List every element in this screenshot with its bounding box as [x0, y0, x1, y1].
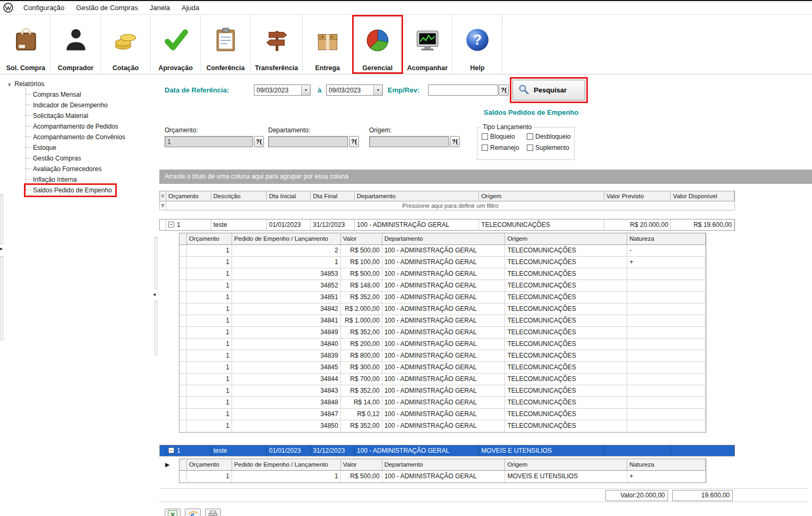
detail-column-header-natureza[interactable]: Natureza — [627, 459, 706, 470]
checkbox-box-icon — [527, 145, 533, 151]
detail-row[interactable]: 134853R$ 500,00100 - ADMINISTRAÇÃO GERAL… — [180, 268, 706, 280]
column-header-dta-final[interactable]: Dta Final — [311, 191, 355, 201]
column-chooser-button[interactable]: ≡ — [160, 191, 166, 201]
master-grid: ≡OrçamentoDescriçãoDta InicialDta FinalD… — [159, 191, 735, 483]
grid-filter-row[interactable]: Pressione aqui para definir um filtro — [159, 201, 735, 210]
sidebar-item-indicador-de-desempenho[interactable]: Indicador de Desempenho — [25, 100, 111, 111]
detail-column-header-origem[interactable]: Origem — [505, 459, 627, 470]
detail-row[interactable]: 11R$ 100,00100 - ADMINISTRAÇÃO GERALTELE… — [180, 257, 706, 268]
toolbar-button-aprovacao[interactable]: Aprovação — [151, 15, 201, 73]
sidebar-item-solicitacao-material[interactable]: Solicitação Material — [25, 111, 91, 121]
detail-column-header-origem[interactable]: Origem — [505, 233, 627, 244]
column-header-valor-disponivel[interactable]: Valor Disponível — [671, 191, 734, 201]
column-header-departamento[interactable]: Departamento — [355, 191, 479, 201]
detail-row[interactable]: 134845R$ 300,00100 - ADMINISTRAÇÃO GERAL… — [180, 362, 706, 374]
collapse-group-button[interactable]: − — [168, 447, 174, 453]
svg-text:e: e — [190, 510, 194, 516]
detail-column-header-orcamento[interactable]: Orçamento — [187, 233, 232, 244]
sidebar-item-compras-mensal[interactable]: Compras Mensal — [25, 89, 84, 100]
orcamento-input[interactable] — [165, 136, 253, 147]
toolbar-button-cotacao[interactable]: Cotação — [101, 15, 151, 73]
sidebar-item-acompanhamento-de-pedidos[interactable]: Acompanhamento de Pedidos — [25, 121, 122, 132]
detail-row[interactable]: 134842R$ 2.000,00100 - ADMINISTRAÇÃO GER… — [180, 303, 706, 315]
departamento-input[interactable] — [268, 136, 348, 147]
detail-column-header-natureza[interactable]: Natureza — [627, 233, 706, 244]
checkbox-remanejo[interactable]: Remanejo — [482, 144, 527, 151]
emp-rev-input[interactable] — [428, 84, 498, 96]
detail-row[interactable]: 134839R$ 800,00100 - ADMINISTRAÇÃO GERAL… — [180, 350, 706, 362]
print-button[interactable] — [205, 509, 221, 516]
master-row-2[interactable]: −1teste01/01/202331/12/2023100 - ADMINIS… — [159, 445, 735, 456]
detail-row[interactable]: 134849R$ 352,00100 - ADMINISTRAÇÃO GERAL… — [180, 327, 706, 339]
emp-rev-lookup-button[interactable]: ?{ — [499, 84, 509, 96]
detail-row[interactable]: 134844R$ 700,00100 - ADMINISTRAÇÃO GERAL… — [180, 374, 706, 385]
toolbar-button-comprador[interactable]: Comprador — [51, 15, 101, 73]
checkbox-label: Remanejo — [490, 144, 519, 151]
checkbox-desbloqueio[interactable]: Desbloqueio — [527, 133, 572, 140]
date-from-combo[interactable]: 09/03/2023 ▼ — [254, 84, 311, 96]
chevron-down-icon[interactable]: ▼ — [301, 85, 310, 95]
sidebar-root[interactable]: ∨ Relatórios — [7, 79, 159, 89]
origem-input[interactable] — [369, 136, 449, 147]
internet-export-button[interactable]: e — [185, 509, 201, 516]
column-header-descricao[interactable]: Descrição — [211, 191, 267, 201]
toolbar-button-entrega[interactable]: Entrega — [303, 15, 353, 73]
toolbar-button-transferencia[interactable]: Transferência — [251, 15, 303, 73]
sidebar-item-avaliacao-fornecedores[interactable]: Avaliação Fornecedores — [25, 164, 105, 174]
clipboard-icon — [212, 18, 239, 62]
toolbar-button-conferencia[interactable]: Conferência — [201, 15, 251, 73]
chevron-down-icon[interactable]: ▼ — [373, 85, 382, 95]
detail-row[interactable]: 134841R$ 1.000,00100 - ADMINISTRAÇÃO GER… — [180, 315, 706, 327]
sidebar-item-gestao-compras[interactable]: Gestão Compras — [25, 153, 84, 164]
origem-lookup-button[interactable]: ?{ — [450, 136, 460, 147]
column-header-orcamento[interactable]: Orçamento — [166, 191, 211, 201]
report-title: Saldos Pedidos de Empenho — [393, 108, 669, 116]
search-button[interactable]: Pesquisar — [512, 80, 585, 100]
menu-item-ajuda[interactable]: Ajuda — [176, 2, 205, 14]
detail-column-header-departamento[interactable]: Departamento — [382, 459, 506, 470]
toolbar-button-gerencial[interactable]: Gerencial — [353, 15, 403, 73]
detail-row[interactable]: 134852R$ 148,00100 - ADMINISTRAÇÃO GERAL… — [180, 280, 706, 292]
toolbar-button-label: Acompanhar — [407, 64, 448, 72]
sidebar-item-saldos-pedido-de-empenho[interactable]: Saldos Pedido de Empenho — [25, 185, 115, 196]
menu-item-configuracao[interactable]: Configuração — [18, 2, 70, 14]
collapse-group-button[interactable]: − — [168, 222, 174, 227]
sidebar-item-inflacao-interna[interactable]: Inflação Interna — [25, 174, 80, 185]
sidebar-item-acompanhamento-de-convenios[interactable]: Acompanhamento de Convênios — [25, 132, 129, 142]
detail-row[interactable]: 134851R$ 352,00100 - ADMINISTRAÇÃO GERAL… — [180, 292, 706, 303]
detail-column-header-departamento[interactable]: Departamento — [382, 233, 506, 244]
checkbox-suplemento[interactable]: Suplemento — [527, 144, 572, 151]
tree-expand-arrow-icon[interactable]: ∨ — [7, 81, 11, 87]
detail-column-header-pedido-de-empenho-lancamento[interactable]: Pedido de Empenho / Lançamento — [232, 233, 341, 244]
detail-row[interactable]: 134840R$ 200,00100 - ADMINISTRAÇÃO GERAL… — [180, 339, 706, 350]
menu-item-gestao-de-compras[interactable]: Gestão de Compras — [70, 2, 143, 14]
detail-row[interactable]: 11R$ 500,00100 - ADMINISTRAÇÃO GERALMOVE… — [180, 471, 706, 483]
detail-header-row: OrçamentoPedido de Empenho / LançamentoV… — [180, 233, 706, 245]
orcamento-lookup-button[interactable]: ?{ — [254, 136, 264, 147]
detail-row[interactable]: 134850R$ 352,00100 - ADMINISTRAÇÃO GERAL… — [180, 420, 706, 432]
detail-row[interactable]: 12R$ 500,00100 - ADMINISTRAÇÃO GERALTELE… — [180, 245, 706, 257]
tipo-lancamento-options: BloqueioDesbloqueioRemanejoSuplemento — [477, 128, 574, 151]
detail-row[interactable]: 134843R$ 352,00100 - ADMINISTRAÇÃO GERAL… — [180, 385, 706, 397]
checkbox-bloqueio[interactable]: Bloqueio — [482, 133, 527, 140]
detail-row[interactable]: 134848R$ 14,00100 - ADMINISTRAÇÃO GERALT… — [180, 397, 706, 409]
shopping-bag-icon — [13, 18, 39, 62]
date-to-combo[interactable]: 09/03/2023 ▼ — [326, 84, 383, 96]
column-header-dta-inicial[interactable]: Dta Inicial — [267, 191, 311, 201]
detail-row[interactable]: 134847R$ 0,12100 - ADMINISTRAÇÃO GERALTE… — [180, 409, 706, 420]
detail-column-header-valor[interactable]: Valor — [341, 233, 382, 244]
menu-item-janela[interactable]: Janela — [144, 2, 176, 14]
detail-column-header-pedido-de-empenho-lancamento[interactable]: Pedido de Empenho / Lançamento — [232, 459, 341, 470]
sidebar-item-estoque[interactable]: Estoque — [25, 142, 59, 153]
toolbar-button-sol-compra[interactable]: Sol. Compra — [1, 15, 51, 73]
detail-column-header-orcamento[interactable]: Orçamento — [187, 459, 232, 470]
excel-export-button[interactable]: X — [165, 509, 181, 516]
departamento-lookup-button[interactable]: ?{ — [349, 136, 359, 147]
group-by-drop-bar[interactable]: Arraste o título de uma coluna aqui para… — [159, 170, 812, 184]
column-header-origem[interactable]: Origem — [479, 191, 604, 201]
toolbar-button-acompanhar[interactable]: Acompanhar — [403, 15, 452, 73]
master-row-1[interactable]: −1teste01/01/202331/12/2023100 - ADMINIS… — [159, 219, 735, 231]
toolbar-button-help[interactable]: ?Help — [452, 15, 502, 73]
detail-column-header-valor[interactable]: Valor — [341, 459, 382, 470]
column-header-valor-previsto[interactable]: Valor Previsto — [604, 191, 671, 201]
